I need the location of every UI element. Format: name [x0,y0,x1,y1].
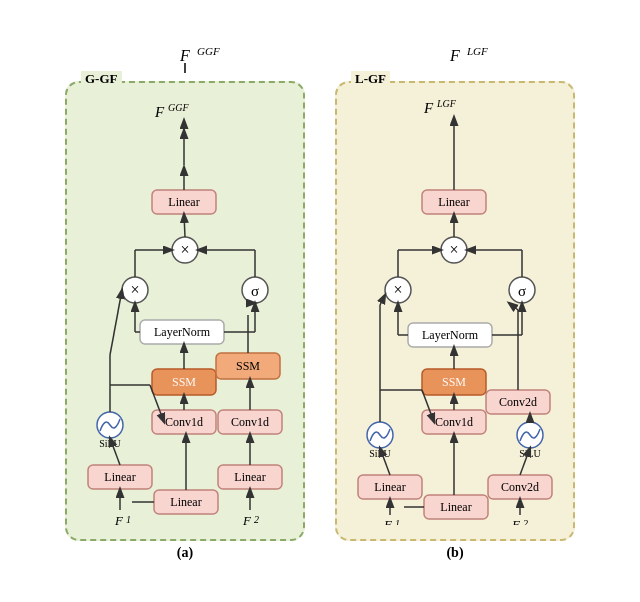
svg-text:GGF: GGF [168,102,189,113]
diagram-a-title: G-GF [81,71,122,87]
svg-text:Linear: Linear [438,195,469,209]
svg-text:Conv1d: Conv1d [231,415,269,429]
svg-line-64 [120,489,132,502]
svg-text:1: 1 [126,514,131,525]
svg-text:×: × [393,281,402,298]
diagram-b-title: L-GF [351,71,390,87]
svg-text:2: 2 [254,514,259,525]
svg-text:F: F [242,513,252,525]
svg-text:LGF: LGF [466,45,488,57]
svg-text:Conv1d: Conv1d [435,415,473,429]
diagram-b-svg: Linear Linear Conv2d SiLU SiLU Conv1d [350,95,560,525]
svg-text:F: F [383,517,393,525]
svg-line-111 [380,295,385,305]
svg-line-46 [110,290,122,355]
diagram-a-box: G-GF Linear Linear Linear [65,81,305,541]
svg-text:×: × [180,241,189,258]
svg-text:Linear: Linear [440,500,471,514]
svg-text:Linear: Linear [170,495,201,509]
svg-text:SSM: SSM [236,359,260,373]
svg-line-31 [184,214,185,237]
svg-text:×: × [449,241,458,258]
svg-text:Conv2d: Conv2d [499,395,537,409]
svg-text:F: F [154,104,165,120]
diagram-b-panel: F LGF L-GF Linear Linear C [335,41,575,561]
svg-text:Linear: Linear [234,470,265,484]
main-container: F GGF G-GF Linear Linear [45,31,595,571]
svg-line-41 [248,303,255,315]
svg-text:F: F [114,513,124,525]
svg-text:Linear: Linear [374,480,405,494]
diagram-b-box: L-GF Linear Linear Conv2d [335,81,575,541]
svg-text:1: 1 [395,518,400,525]
svg-text:Linear: Linear [104,470,135,484]
svg-text:F: F [179,47,190,64]
diagram-a-svg: Linear Linear Linear SiLU Conv1d Conv1d [80,95,290,525]
svg-text:F: F [423,100,434,116]
svg-text:SSM: SSM [172,375,196,389]
svg-text:LayerNorm: LayerNorm [154,325,211,339]
svg-text:Conv1d: Conv1d [165,415,203,429]
svg-text:SiLU: SiLU [519,448,541,459]
diagram-a-caption: (a) [177,545,193,561]
svg-text:LayerNorm: LayerNorm [422,328,479,342]
svg-text:F: F [449,47,460,64]
svg-text:σ: σ [251,283,259,299]
svg-text:Conv2d: Conv2d [501,480,539,494]
svg-text:2: 2 [523,518,528,525]
svg-text:×: × [130,281,139,298]
svg-text:σ: σ [518,283,526,299]
diagram-b-caption: (b) [446,545,463,561]
svg-text:GGF: GGF [197,45,220,57]
svg-line-109 [509,303,518,310]
diagram-a-panel: F GGF G-GF Linear Linear [65,41,305,561]
svg-text:SSM: SSM [442,375,466,389]
diagram-a-output-label: F GGF [155,41,215,75]
diagram-b-output-label: F LGF [425,41,485,75]
svg-text:Linear: Linear [168,195,199,209]
svg-line-125 [390,499,404,507]
svg-text:LGF: LGF [436,98,457,109]
svg-text:F: F [511,517,521,525]
